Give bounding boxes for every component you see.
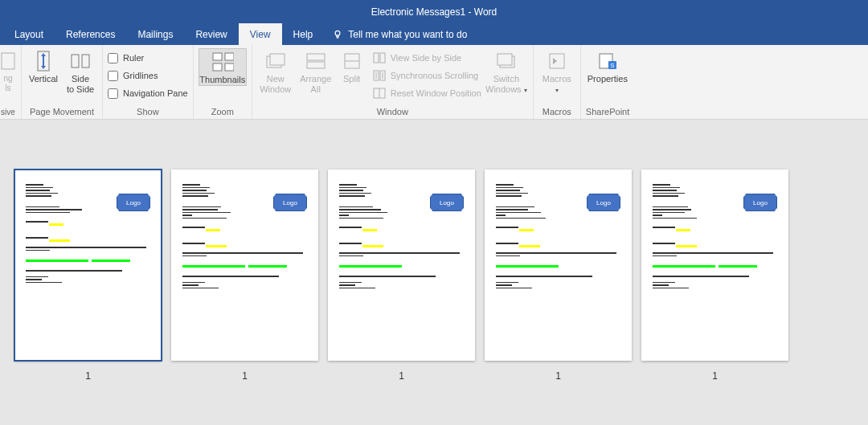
vertical-button[interactable]: Vertical xyxy=(27,48,60,84)
page-thumbnail[interactable]: Logo xyxy=(328,170,475,361)
switch-windows-button[interactable]: Switch Windows ▾ xyxy=(485,48,528,95)
thumbnail-wrapper: Logo 1 xyxy=(14,170,162,425)
tab-view[interactable]: View xyxy=(239,23,282,45)
svg-rect-1 xyxy=(2,53,14,69)
reset-window-position-button[interactable]: Reset Window Position xyxy=(373,85,481,101)
app-title: Electronic Messages1 - Word xyxy=(371,6,497,18)
svg-rect-11 xyxy=(225,63,234,71)
sync-scroll-icon xyxy=(373,70,386,81)
svg-rect-9 xyxy=(225,53,234,60)
navigation-pane-checkbox[interactable]: Navigation Pane xyxy=(108,85,188,101)
side-by-side-icon xyxy=(373,52,386,63)
ribbon-tabs: Layout References Mailings Review View H… xyxy=(0,23,868,45)
thumbnail-wrapper: Logo 1 xyxy=(171,170,318,425)
chevron-down-icon: ▾ xyxy=(555,87,559,94)
svg-rect-19 xyxy=(380,53,385,63)
tab-references[interactable]: References xyxy=(55,23,126,45)
svg-rect-27 xyxy=(497,54,512,65)
split-button[interactable]: Split xyxy=(338,48,366,84)
synchronous-scrolling-button[interactable]: Synchronous Scrolling xyxy=(373,67,481,84)
vertical-page-icon xyxy=(35,50,51,72)
logo-badge: Logo xyxy=(743,194,777,211)
thumbnail-page-number: 1 xyxy=(85,370,91,382)
side-to-side-button[interactable]: Side to Side xyxy=(63,48,97,95)
thumbnail-wrapper: Logo 1 xyxy=(328,170,475,425)
new-window-icon xyxy=(265,52,286,70)
thumbnail-page-number: 1 xyxy=(712,370,718,382)
thumbnails-icon xyxy=(211,51,234,72)
macros-icon xyxy=(547,51,567,71)
svg-rect-8 xyxy=(213,53,222,60)
svg-rect-15 xyxy=(307,62,325,68)
svg-rect-18 xyxy=(374,53,379,63)
svg-text:S: S xyxy=(610,62,614,69)
group-page-movement: Vertical Side to Side Page Movement xyxy=(22,45,103,119)
reset-position-icon xyxy=(373,88,386,99)
tab-review[interactable]: Review xyxy=(184,23,238,45)
thumbnail-page-number: 1 xyxy=(555,370,561,382)
thumbnail-workspace: Logo 1 Logo xyxy=(0,120,868,425)
thumbnail-page-number: 1 xyxy=(399,370,404,382)
group-show: Ruler Gridlines Navigation Pane Show xyxy=(103,45,194,119)
view-side-by-side-button[interactable]: View Side by Side xyxy=(373,50,481,66)
svg-marker-5 xyxy=(41,66,46,69)
thumbnail-wrapper: Logo 1 xyxy=(485,170,632,425)
group-zoom: Thumbnails Zoom xyxy=(194,45,252,119)
chevron-down-icon: ▾ xyxy=(524,87,527,94)
svg-rect-10 xyxy=(213,63,222,71)
page-thumbnail[interactable]: Logo xyxy=(641,170,788,361)
tab-help[interactable]: Help xyxy=(282,23,325,45)
svg-point-0 xyxy=(335,31,340,35)
svg-rect-6 xyxy=(72,55,79,67)
page-thumbnail[interactable]: Logo xyxy=(14,170,162,361)
logo-badge: Logo xyxy=(273,194,307,211)
logo-badge: Logo xyxy=(587,194,620,211)
group-window: New Window Arrange All Split View Side b… xyxy=(252,45,534,119)
logo-badge: Logo xyxy=(430,194,464,211)
logo-badge: Logo xyxy=(117,194,150,211)
reading-view-button-partial[interactable]: ngls xyxy=(0,48,16,93)
svg-rect-14 xyxy=(307,54,325,60)
page-thumbnail[interactable]: Logo xyxy=(171,170,318,361)
bulb-icon xyxy=(332,29,343,40)
ribbon: ngls sive Vertical Side to Side Page Mov… xyxy=(0,45,868,120)
gridlines-checkbox[interactable]: Gridlines xyxy=(108,67,188,84)
side-to-side-icon xyxy=(69,52,92,70)
svg-marker-4 xyxy=(41,53,46,56)
title-bar: Electronic Messages1 - Word xyxy=(0,0,868,23)
arrange-all-icon xyxy=(305,52,326,70)
thumbnails-button[interactable]: Thumbnails xyxy=(199,48,247,86)
thumbnail-page-number: 1 xyxy=(242,370,248,382)
svg-rect-7 xyxy=(82,55,89,67)
group-macros: Macros▾ Macros xyxy=(534,45,581,119)
tab-layout[interactable]: Layout xyxy=(3,23,55,45)
svg-rect-13 xyxy=(270,54,285,65)
tab-mailings[interactable]: Mailings xyxy=(126,23,184,45)
page-icon xyxy=(0,51,16,71)
macros-button[interactable]: Macros▾ xyxy=(538,48,575,95)
tell-me-search[interactable]: Tell me what you want to do xyxy=(324,23,478,45)
properties-button[interactable]: S Properties xyxy=(586,48,629,84)
split-icon xyxy=(343,52,361,70)
arrange-all-button[interactable]: Arrange All xyxy=(297,48,334,95)
new-window-button[interactable]: New Window xyxy=(257,48,294,95)
thumbnail-wrapper: Logo 1 xyxy=(641,170,788,425)
page-thumbnail[interactable]: Logo xyxy=(485,170,632,361)
group-sharepoint: S Properties SharePoint xyxy=(581,45,634,119)
sharepoint-icon: S xyxy=(597,51,618,71)
ruler-checkbox[interactable]: Ruler xyxy=(108,50,188,66)
switch-windows-icon xyxy=(496,52,517,70)
